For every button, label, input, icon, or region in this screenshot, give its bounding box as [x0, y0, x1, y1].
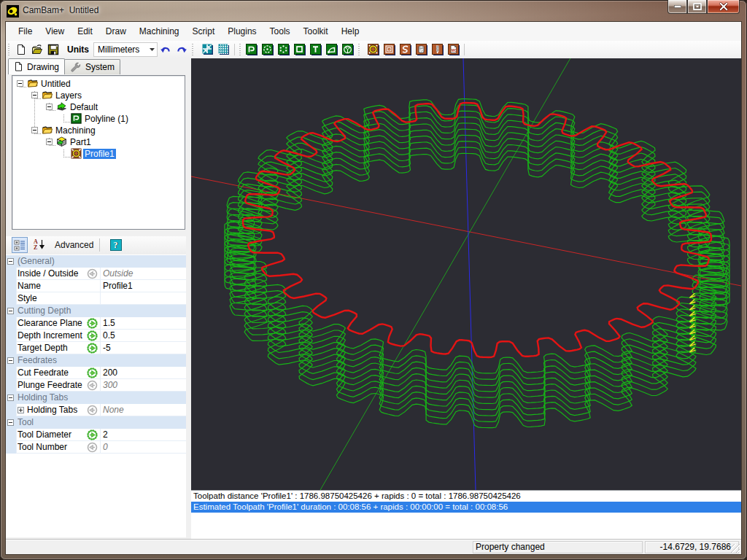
- property-row-cut-feedrate[interactable]: Cut Feedrate200: [6, 367, 186, 379]
- property-row-inside-outside[interactable]: Inside / OutsideOutside: [6, 268, 186, 280]
- toolbar-machine-drill-button[interactable]: [430, 42, 446, 57]
- toolbar-machine-3d-profile-button[interactable]: [414, 42, 430, 57]
- toolbar-machine-engrave-button[interactable]: [398, 42, 414, 57]
- property-row-tool-diameter[interactable]: Tool Diameter2: [6, 429, 186, 441]
- toolbar-grip[interactable]: [239, 44, 241, 55]
- tree-row-polyline[interactable]: Polyline (1): [12, 113, 185, 125]
- category-collapse-icon[interactable]: [7, 394, 14, 401]
- toolpath-distance-message[interactable]: Toolpath distance 'Profile1' : 1786.9875…: [191, 491, 741, 502]
- property-category-feedrates[interactable]: Feedrates: [6, 354, 186, 367]
- toolbar-grip[interactable]: [192, 44, 194, 55]
- tree-label[interactable]: Profile1: [83, 149, 116, 159]
- property-value[interactable]: 1.5: [103, 317, 186, 329]
- tree-expander-icon[interactable]: [17, 80, 23, 87]
- menu-tools[interactable]: Tools: [263, 23, 297, 39]
- toolbar-open-file-button[interactable]: [29, 42, 45, 57]
- property-value[interactable]: 0: [103, 441, 186, 453]
- tree-expander-icon[interactable]: [46, 104, 53, 110]
- category-collapse-icon[interactable]: [7, 308, 14, 314]
- toolbar-grip[interactable]: [8, 44, 10, 55]
- tree-row-part1[interactable]: Part1: [12, 136, 185, 148]
- menu-view[interactable]: View: [39, 23, 71, 39]
- property-category-holding-tabs[interactable]: Holding Tabs: [6, 392, 186, 404]
- tree-row-profile1[interactable]: Profile1: [12, 148, 185, 160]
- menu-machining[interactable]: Machining: [133, 23, 186, 39]
- tree-expander-icon[interactable]: [31, 127, 38, 133]
- tree-label[interactable]: Machining: [54, 125, 97, 136]
- categorized-view-button[interactable]: [12, 237, 28, 253]
- menu-draw[interactable]: Draw: [99, 23, 133, 39]
- tab-system[interactable]: System: [64, 59, 120, 74]
- toolbar-redo-button[interactable]: [174, 42, 190, 57]
- property-value[interactable]: Profile1: [103, 280, 186, 292]
- property-row-name[interactable]: NameProfile1: [6, 280, 186, 292]
- property-value[interactable]: None: [103, 404, 186, 416]
- tree-row-machining[interactable]: Machining: [12, 125, 185, 136]
- toolbar-machine-pocket-button[interactable]: [382, 42, 398, 57]
- property-category-tool[interactable]: Tool: [6, 416, 186, 429]
- maximize-button[interactable]: [687, 0, 707, 14]
- tree-label[interactable]: Untitled: [39, 79, 72, 89]
- property-value[interactable]: 300: [103, 379, 186, 391]
- panel-splitter[interactable]: [186, 58, 191, 539]
- property-row-clearance-plane[interactable]: Clearance Plane1.5: [6, 317, 186, 330]
- toolbar-show-grid-button[interactable]: [216, 42, 232, 57]
- property-row-depth-increment[interactable]: Depth Increment0.5: [6, 330, 186, 342]
- tree-label[interactable]: Part1: [69, 137, 93, 147]
- toolbar-grip[interactable]: [358, 44, 360, 55]
- toolbar-snap-to-grid-button[interactable]: [200, 42, 216, 57]
- property-row-style[interactable]: Style: [6, 292, 186, 305]
- toolbar-draw-points-button[interactable]: [276, 42, 292, 57]
- app-icon[interactable]: [7, 5, 19, 18]
- toolbar-draw-text-button[interactable]: [308, 42, 324, 57]
- tree-row-untitled[interactable]: Untitled: [12, 78, 185, 90]
- property-row-plunge-feedrate[interactable]: Plunge Feedrate300: [6, 379, 186, 392]
- property-value[interactable]: 2: [103, 429, 186, 440]
- tree-expander-icon[interactable]: [31, 92, 38, 98]
- toolbar-undo-button[interactable]: [158, 42, 174, 57]
- menu-plugins[interactable]: Plugins: [221, 23, 263, 39]
- close-button[interactable]: [707, 0, 740, 14]
- property-row-target-depth[interactable]: Target Depth-5: [6, 342, 186, 354]
- property-value[interactable]: Outside: [103, 268, 186, 279]
- advanced-button[interactable]: Advanced: [55, 240, 93, 250]
- toolbar-draw-circle-button[interactable]: [260, 42, 276, 57]
- titlebar[interactable]: CamBam+ Untitled: [0, 0, 747, 22]
- toolbar-machine-gcode-button[interactable]: MC: [446, 42, 462, 57]
- tree-label[interactable]: Polyline (1): [83, 114, 130, 124]
- resize-grip-icon[interactable]: [731, 544, 740, 553]
- property-row-holding-tabs[interactable]: Holding TabsNone: [6, 404, 186, 416]
- toolbar-draw-polyline-button[interactable]: [244, 42, 260, 57]
- toolbar-draw-rectangle-button[interactable]: [292, 42, 308, 57]
- tree-row-default[interactable]: Default: [12, 101, 185, 113]
- menu-file[interactable]: File: [12, 23, 39, 39]
- property-category-general[interactable]: (General): [6, 255, 186, 268]
- 3d-viewport[interactable]: [191, 58, 741, 490]
- property-category-cutting-depth[interactable]: Cutting Depth: [6, 305, 186, 317]
- category-collapse-icon[interactable]: [7, 419, 14, 426]
- menu-script[interactable]: Script: [186, 23, 222, 39]
- tab-drawing[interactable]: Drawing: [8, 58, 65, 74]
- property-expander-icon[interactable]: [18, 407, 24, 413]
- minimize-button[interactable]: [667, 0, 687, 14]
- toolpath-duration-message[interactable]: Estimated Toolpath 'Profile1' duration :…: [191, 502, 741, 513]
- toolbar-new-file-button[interactable]: [13, 42, 29, 57]
- tree-expander-icon[interactable]: [46, 139, 53, 145]
- menu-edit[interactable]: Edit: [71, 23, 99, 39]
- property-value[interactable]: 0.5: [103, 330, 186, 341]
- tree-row-layers[interactable]: Layers: [12, 90, 185, 101]
- menu-help[interactable]: Help: [335, 23, 366, 39]
- tree-label[interactable]: Default: [69, 102, 99, 112]
- menu-toolkit[interactable]: Toolkit: [297, 23, 335, 39]
- tree-label[interactable]: Layers: [54, 90, 83, 101]
- category-collapse-icon[interactable]: [7, 258, 14, 265]
- toolbar-machine-profile-button[interactable]: [365, 42, 382, 57]
- toolbar-save-file-button[interactable]: [45, 42, 61, 57]
- help-button[interactable]: ??: [109, 238, 125, 254]
- category-collapse-icon[interactable]: [7, 357, 14, 364]
- units-combobox[interactable]: Millimeters: [93, 42, 158, 57]
- property-row-tool-number[interactable]: Tool Number0: [6, 441, 186, 454]
- property-value[interactable]: 200: [103, 367, 186, 378]
- alphabetical-view-button[interactable]: AZ: [32, 237, 48, 253]
- toolbar-draw-arc-button[interactable]: [324, 42, 340, 57]
